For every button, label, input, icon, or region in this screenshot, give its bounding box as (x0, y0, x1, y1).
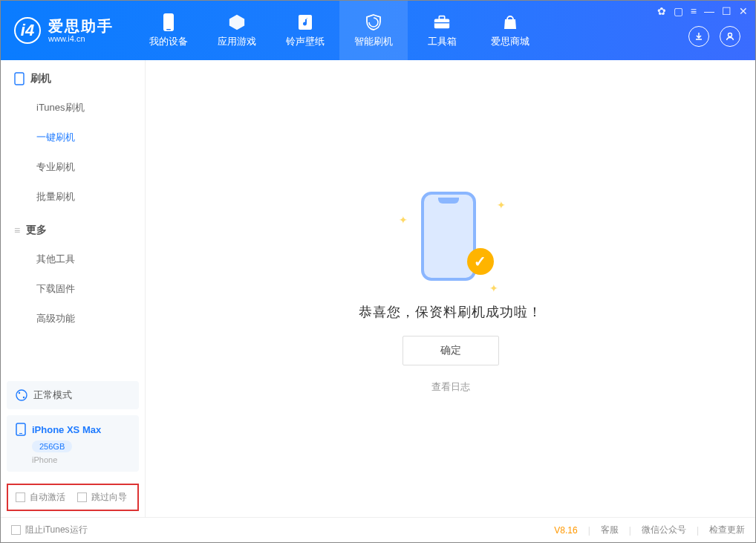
checkbox-skip-wizard[interactable]: 跳过向导 (77, 491, 127, 504)
bag-icon (501, 13, 519, 31)
minimize-button[interactable]: — (704, 5, 714, 17)
sidebar-item-advanced[interactable]: 高级功能 (1, 304, 145, 334)
checkbox-icon (16, 492, 25, 502)
tab-my-device[interactable]: 我的设备 (134, 1, 203, 60)
tab-label: 爱思商城 (491, 35, 529, 48)
success-illustration: ✦ ✦ ✦ ✓ (399, 184, 503, 288)
music-icon (296, 13, 314, 31)
sidebar-item-oneclick-flash[interactable]: 一键刷机 (1, 123, 145, 152)
header: i4 爱思助手 www.i4.cn 我的设备 应用游戏 铃声壁纸 智能刷机 (1, 1, 755, 60)
logo-area: i4 爱思助手 www.i4.cn (1, 17, 127, 44)
tab-label: 我的设备 (149, 35, 188, 48)
refresh-icon (16, 389, 27, 401)
device-box[interactable]: iPhone XS Max 256GB iPhone (7, 415, 139, 472)
svg-rect-4 (439, 16, 444, 19)
svg-point-9 (19, 392, 20, 394)
mode-label: 正常模式 (33, 388, 72, 402)
shirt-icon[interactable]: ✿ (657, 5, 666, 17)
tab-label: 应用游戏 (218, 35, 256, 48)
phone-notch (438, 198, 459, 204)
svg-rect-3 (434, 19, 449, 28)
tab-flash[interactable]: 智能刷机 (339, 1, 408, 60)
window-controls: ✿ ▢ ≡ — ☐ ✕ (657, 5, 748, 17)
sparkle-icon: ✦ (489, 282, 495, 288)
footer-right: V8.16 | 客服 | 微信公众号 | 检查更新 (554, 524, 745, 536)
device-name: iPhone XS Max (32, 424, 101, 435)
logo-text: 爱思助手 www.i4.cn (48, 18, 114, 43)
body: 刷机 iTunes刷机 一键刷机 专业刷机 批量刷机 ≡ 更多 其他工具 下载固… (1, 60, 755, 517)
svg-rect-7 (15, 73, 24, 85)
sidebar-item-batch-flash[interactable]: 批量刷机 (1, 182, 145, 212)
tab-label: 智能刷机 (354, 35, 393, 48)
bottom-checkbox-group: 自动激活 跳过向导 (7, 484, 139, 511)
download-icon[interactable] (688, 26, 709, 47)
checkbox-auto-activate[interactable]: 自动激活 (16, 491, 65, 504)
section-title: 更多 (26, 224, 47, 237)
separator: | (697, 525, 699, 536)
nav-tabs: 我的设备 应用游戏 铃声壁纸 智能刷机 工具箱 爱思商城 (134, 1, 544, 60)
svg-point-8 (16, 390, 27, 400)
svg-rect-1 (166, 29, 171, 30)
header-right-icons (688, 26, 740, 47)
sparkle-icon: ✦ (497, 199, 503, 205)
checkbox-label: 自动激活 (30, 491, 65, 504)
sidebar-item-download-firmware[interactable]: 下载固件 (1, 274, 145, 304)
device-type: iPhone (32, 455, 130, 464)
close-button[interactable]: ✕ (739, 5, 748, 17)
svg-point-6 (729, 33, 732, 37)
sidebar-item-pro-flash[interactable]: 专业刷机 (1, 152, 145, 182)
maximize-button[interactable]: ☐ (722, 5, 731, 17)
app-window: i4 爱思助手 www.i4.cn 我的设备 应用游戏 铃声壁纸 智能刷机 (0, 0, 756, 543)
svg-point-10 (23, 397, 25, 398)
separator: | (629, 525, 631, 536)
app-title: 爱思助手 (48, 18, 114, 34)
tab-ringtones[interactable]: 铃声壁纸 (271, 1, 339, 60)
phone-outline-icon (14, 72, 25, 85)
user-icon[interactable] (720, 26, 740, 47)
separator: | (588, 525, 590, 536)
sidebar-section-flash: 刷机 (1, 60, 145, 93)
device-boxes: 正常模式 iPhone XS Max 256GB iPhone (1, 375, 145, 478)
main-content: ✦ ✦ ✦ ✓ 恭喜您，保资料刷机成功啦！ 确定 查看日志 (146, 60, 755, 517)
sidebar: 刷机 iTunes刷机 一键刷机 专业刷机 批量刷机 ≡ 更多 其他工具 下载固… (1, 60, 146, 517)
svg-rect-12 (19, 433, 22, 434)
sidebar-item-itunes-flash[interactable]: iTunes刷机 (1, 93, 145, 123)
toolbox-icon (433, 13, 451, 31)
phone-illustration (421, 192, 476, 281)
footer-link-wechat[interactable]: 微信公众号 (642, 524, 686, 536)
view-log-link[interactable]: 查看日志 (431, 380, 470, 394)
tab-toolbox[interactable]: 工具箱 (408, 1, 476, 60)
cube-icon (228, 13, 246, 31)
device-name-row: iPhone XS Max (16, 423, 130, 436)
list-icon: ≡ (14, 224, 20, 236)
shield-icon (365, 13, 382, 31)
device-storage-badge: 256GB (32, 440, 72, 452)
app-subtitle: www.i4.cn (48, 34, 114, 43)
lock-icon[interactable]: ▢ (674, 5, 683, 17)
checkbox-label: 阻止iTunes运行 (25, 524, 88, 536)
mode-box[interactable]: 正常模式 (7, 381, 139, 409)
tab-label: 铃声壁纸 (286, 35, 325, 48)
device-phone-icon (16, 423, 26, 436)
tab-apps-games[interactable]: 应用游戏 (203, 1, 271, 60)
checkbox-block-itunes[interactable]: 阻止iTunes运行 (11, 524, 88, 536)
sidebar-item-other-tools[interactable]: 其他工具 (1, 244, 145, 274)
tab-store[interactable]: 爱思商城 (476, 1, 544, 60)
menu-icon[interactable]: ≡ (691, 5, 697, 17)
footer: 阻止iTunes运行 V8.16 | 客服 | 微信公众号 | 检查更新 (1, 517, 755, 542)
footer-link-support[interactable]: 客服 (601, 524, 619, 536)
checkbox-label: 跳过向导 (91, 491, 127, 504)
checkbox-icon (11, 525, 21, 535)
footer-link-update[interactable]: 检查更新 (709, 524, 745, 536)
confirm-button[interactable]: 确定 (403, 336, 499, 365)
sidebar-items-more: 其他工具 下载固件 高级功能 (1, 244, 145, 334)
success-message: 恭喜您，保资料刷机成功啦！ (359, 303, 542, 321)
svg-rect-5 (434, 22, 449, 23)
logo-icon: i4 (14, 17, 41, 44)
version-label: V8.16 (554, 525, 577, 536)
svg-rect-0 (163, 13, 174, 31)
device-icon (160, 13, 177, 31)
tab-label: 工具箱 (428, 35, 457, 48)
sparkle-icon: ✦ (399, 214, 405, 220)
section-title: 刷机 (30, 72, 51, 85)
